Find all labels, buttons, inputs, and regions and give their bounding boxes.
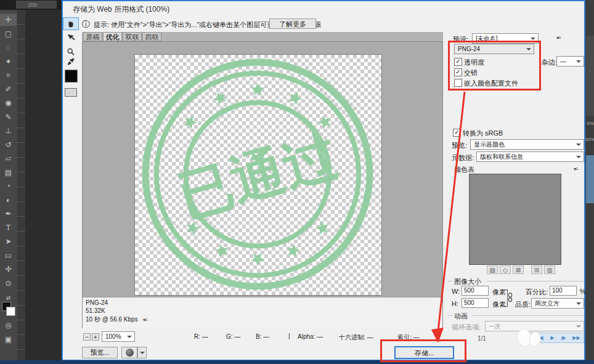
gradient-tool[interactable]: ▤ bbox=[0, 166, 17, 179]
preview-mode-label: 预览: bbox=[452, 141, 467, 150]
browser-globe-icon bbox=[126, 349, 134, 357]
lasso-tool[interactable]: ◌ bbox=[0, 41, 17, 54]
convert-srgb-checkbox[interactable]: ✓ bbox=[453, 129, 461, 137]
loop-options-select[interactable]: 一次 bbox=[485, 321, 584, 331]
tab-original[interactable]: 原稿 bbox=[83, 32, 102, 41]
edge-fragment: 0% bbox=[587, 121, 594, 126]
zoom-out-button[interactable]: − bbox=[83, 333, 91, 341]
divider bbox=[448, 281, 453, 281]
preview-tabrow: 原稿 优化 双联 四联 bbox=[82, 32, 443, 41]
lock-color-icon[interactable]: ⊠ bbox=[513, 265, 524, 274]
move-tool[interactable]: ✛ bbox=[0, 14, 17, 26]
magnifier-icon bbox=[67, 47, 75, 56]
status-menu-icon[interactable]: ▾≡ bbox=[143, 317, 147, 323]
quick-mask-icon[interactable]: ◎ bbox=[0, 319, 17, 331]
browser-device-dropdown[interactable] bbox=[137, 347, 147, 358]
interlaced-checkbox[interactable]: ✓ bbox=[454, 68, 462, 76]
preview-image: 已通过 bbox=[134, 54, 382, 296]
magic-wand-tool[interactable]: ✦ bbox=[0, 55, 17, 68]
path-select-tool[interactable]: ➤ bbox=[0, 235, 17, 248]
format-select[interactable]: PNG-24 bbox=[454, 44, 534, 54]
width-input[interactable]: 500 bbox=[462, 286, 489, 296]
tab-optimized[interactable]: 优化 bbox=[103, 32, 122, 41]
type-tool[interactable]: T bbox=[0, 222, 17, 234]
preset-select[interactable]: [未命名] bbox=[472, 33, 539, 44]
eyedropper-tool[interactable]: ✐ bbox=[0, 83, 17, 95]
readout-value: — bbox=[367, 334, 373, 341]
divider bbox=[471, 315, 584, 316]
dialog-color-swatch[interactable] bbox=[65, 70, 78, 83]
hand-icon bbox=[67, 20, 75, 28]
link-bracket bbox=[503, 289, 508, 307]
readout-value: — bbox=[317, 333, 323, 340]
readout-divider: | bbox=[288, 333, 290, 339]
shape-tool[interactable]: ▭ bbox=[0, 249, 17, 262]
matte-select[interactable]: — bbox=[556, 56, 584, 67]
blur-tool[interactable]: ◔ bbox=[0, 180, 17, 192]
zoom-in-button[interactable]: + bbox=[92, 333, 99, 341]
preset-menu-icon[interactable]: ▾≡ bbox=[556, 35, 561, 41]
tab-4up[interactable]: 四联 bbox=[142, 32, 161, 41]
learn-more-button[interactable]: 了解更多 bbox=[269, 18, 316, 29]
readout-label: B: bbox=[256, 333, 261, 340]
metadata-select[interactable]: 版权和联系信息 bbox=[476, 152, 584, 162]
next-frame-icon[interactable]: |▶ bbox=[561, 335, 566, 341]
height-input[interactable]: 500 bbox=[462, 298, 489, 308]
tab-2up[interactable]: 双联 bbox=[123, 32, 142, 41]
toggle-slices-visibility-button[interactable] bbox=[65, 88, 77, 97]
readout-value: — bbox=[234, 333, 240, 340]
stamp-graphic: 已通过 bbox=[135, 55, 380, 294]
previous-frame-icon[interactable]: ◀| bbox=[539, 335, 543, 341]
status-download-time: 10 秒 @ 56.6 Kbps bbox=[86, 315, 138, 324]
crop-tool[interactable]: ⌗ bbox=[0, 69, 17, 81]
zoom-level-select[interactable]: 100% bbox=[102, 331, 135, 342]
new-color-icon[interactable]: ⊞ bbox=[531, 265, 542, 274]
vertical-ruler bbox=[17, 10, 26, 364]
readout-alpha: Alpha: — bbox=[298, 333, 323, 340]
marquee-tool[interactable]: ▢ bbox=[0, 28, 17, 40]
dialog-slice-select-tool[interactable] bbox=[63, 31, 79, 44]
web-shift-icon[interactable]: ◇ bbox=[500, 265, 511, 274]
metadata-label: 元数据: bbox=[452, 153, 474, 163]
delete-color-icon[interactable]: ▥ bbox=[544, 265, 555, 274]
transparency-label: 透明度 bbox=[464, 58, 484, 67]
dodge-tool[interactable]: ◐ bbox=[0, 194, 17, 206]
color-table-menu-icon[interactable]: ▾≡ bbox=[574, 166, 578, 172]
history-brush-tool[interactable]: ↺ bbox=[0, 139, 17, 151]
dialog-hand-tool[interactable] bbox=[63, 17, 79, 30]
height-label: H: bbox=[452, 300, 458, 307]
info-icon: ⓘ bbox=[82, 19, 90, 30]
preview-mode-select[interactable]: 显示器颜色 bbox=[470, 139, 584, 150]
color-table[interactable] bbox=[469, 174, 561, 265]
background-color-swatch[interactable] bbox=[6, 307, 15, 316]
healing-brush-tool[interactable]: ◉ bbox=[0, 97, 17, 109]
edge-panel-block bbox=[586, 155, 594, 203]
readout-label: Alpha: bbox=[298, 333, 315, 340]
map-transparency-icon[interactable]: ▨ bbox=[487, 265, 498, 274]
zoom-tool[interactable]: ⊙ bbox=[0, 277, 17, 289]
percent-input[interactable]: 100 bbox=[550, 286, 577, 296]
readout-label: 十六进制: bbox=[339, 334, 365, 341]
preview-in-browser-button[interactable]: 预览... bbox=[82, 347, 118, 358]
first-frame-icon[interactable]: ◀◀ bbox=[524, 335, 532, 341]
hand-tool[interactable]: ✣ bbox=[0, 263, 17, 275]
transparency-checkbox[interactable]: ✓ bbox=[454, 58, 462, 66]
screen-mode-icon[interactable]: ▣ bbox=[0, 333, 17, 346]
play-icon[interactable]: ▶ bbox=[550, 335, 554, 341]
readout-label: R: bbox=[194, 333, 200, 340]
dialog-eyedropper-tool[interactable] bbox=[63, 55, 79, 68]
save-button[interactable]: 存储... bbox=[394, 346, 454, 359]
eraser-tool[interactable]: ▱ bbox=[0, 152, 17, 164]
last-frame-icon[interactable]: ▶▶ bbox=[572, 335, 580, 341]
loop-options-label: 循环选项: bbox=[452, 323, 481, 332]
browser-device-button[interactable] bbox=[121, 347, 137, 358]
clone-stamp-tool[interactable]: ⊥ bbox=[0, 124, 17, 137]
brush-tool[interactable]: ✎ bbox=[0, 111, 17, 123]
pen-tool[interactable]: ✒ bbox=[0, 208, 17, 220]
edge-panel-block bbox=[586, 36, 594, 116]
embed-profile-checkbox[interactable] bbox=[454, 79, 462, 87]
readout-value: — bbox=[413, 334, 420, 341]
chevron-down-icon bbox=[140, 352, 145, 357]
status-format: PNG-24 bbox=[86, 299, 108, 306]
quality-select[interactable]: 两次立方 bbox=[531, 298, 584, 309]
